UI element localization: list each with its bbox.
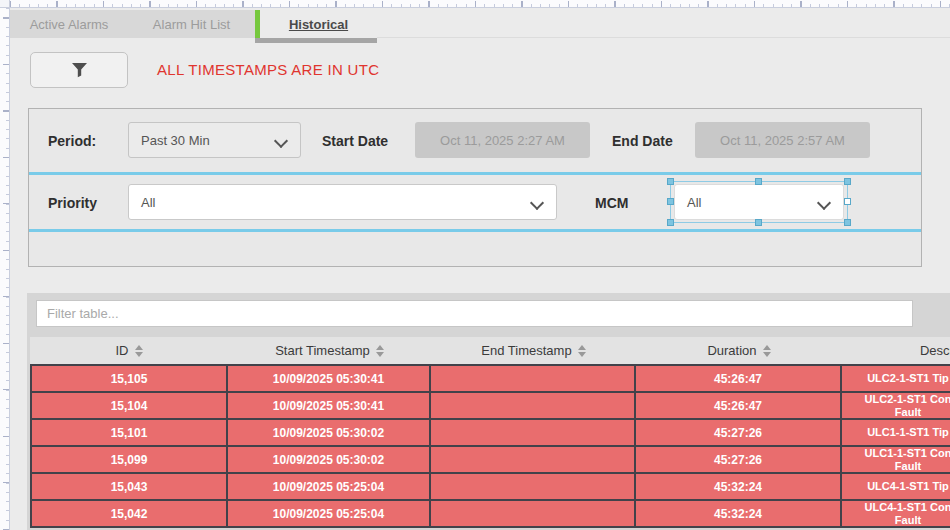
- chevron-down-icon: [530, 196, 544, 210]
- cell-start-timestamp: 10/09/2025 05:30:02: [228, 447, 431, 472]
- tab-alarm-hit-list[interactable]: Alarm Hit List: [128, 10, 255, 38]
- table-filter-input[interactable]: [36, 300, 913, 327]
- table-row[interactable]: 15,042 10/09/2025 05:25:04 45:32:24 ULC4…: [30, 499, 950, 528]
- selection-handle-bottom-right[interactable]: [844, 219, 851, 226]
- cell-start-timestamp: 10/09/2025 05:30:02: [228, 420, 431, 445]
- table-body: 15,105 10/09/2025 05:30:41 45:26:47 ULC2…: [30, 364, 950, 528]
- table-row[interactable]: 15,105 10/09/2025 05:30:41 45:26:47 ULC2…: [30, 364, 950, 391]
- period-label: Period:: [48, 133, 96, 149]
- panel-divider-blue-top: [29, 172, 921, 175]
- sort-icon[interactable]: [376, 345, 384, 357]
- end-date-label: End Date: [612, 133, 673, 149]
- tab-historical[interactable]: Historical: [260, 10, 377, 38]
- cell-start-timestamp: 10/09/2025 05:30:41: [228, 366, 431, 391]
- active-tab-indicator: [255, 38, 377, 43]
- panel-divider-blue-bottom: [29, 229, 921, 232]
- cell-end-timestamp: [431, 447, 636, 472]
- cell-duration: 45:32:24: [636, 474, 842, 499]
- utc-notice: ALL TIMESTAMPS ARE IN UTC: [157, 61, 379, 78]
- tab-alarm-hit-list-label: Alarm Hit List: [153, 17, 230, 32]
- cell-end-timestamp: [431, 474, 636, 499]
- selection-handle-bottom-center[interactable]: [755, 219, 762, 226]
- selection-handle-middle-right[interactable]: [844, 198, 851, 205]
- table-row[interactable]: 15,104 10/09/2025 05:30:41 45:26:47 ULC2…: [30, 391, 950, 418]
- sort-icon[interactable]: [763, 345, 771, 357]
- cell-description: ULC2-1-ST1 Tip: [842, 366, 950, 391]
- cell-start-timestamp: 10/09/2025 05:25:04: [228, 501, 431, 526]
- tab-active-alarms-label: Active Alarms: [30, 17, 109, 32]
- cell-id: 15,101: [30, 420, 228, 445]
- selection-handle-middle-left[interactable]: [667, 198, 674, 205]
- column-header-end-timestamp[interactable]: End Timestamp: [431, 337, 636, 364]
- cell-duration: 45:32:24: [636, 501, 842, 526]
- vertical-ruler: [0, 8, 10, 530]
- cell-end-timestamp: [431, 420, 636, 445]
- cell-description: ULC1-1-ST1 Tip: [842, 420, 950, 445]
- cell-description: ULC4-1-ST1 Con Fault: [842, 501, 950, 526]
- column-header-id[interactable]: ID: [30, 337, 228, 364]
- table-header-row: ID Start Timestamp End Timestamp Duratio…: [30, 337, 950, 364]
- priority-select-value: All: [141, 195, 155, 210]
- ruler-corner: [0, 0, 10, 8]
- horizontal-ruler: [10, 0, 950, 8]
- start-date-input[interactable]: [415, 122, 590, 158]
- cell-id: 15,105: [30, 366, 228, 391]
- funnel-icon: [71, 62, 88, 78]
- tabbar-divider: [377, 37, 950, 38]
- cell-end-timestamp: [431, 393, 636, 418]
- column-header-start-timestamp[interactable]: Start Timestamp: [228, 337, 431, 364]
- table-row[interactable]: 15,043 10/09/2025 05:25:04 45:32:24 ULC4…: [30, 472, 950, 499]
- cell-duration: 45:27:26: [636, 447, 842, 472]
- tab-historical-label: Historical: [289, 17, 348, 32]
- tab-active-alarms[interactable]: Active Alarms: [10, 10, 128, 38]
- cell-description: ULC2-1-ST1 Con Fault: [842, 393, 950, 418]
- cell-duration: 45:26:47: [636, 393, 842, 418]
- selection-handle-bottom-left[interactable]: [667, 219, 674, 226]
- column-header-description[interactable]: Description: [842, 337, 950, 364]
- selection-handle-top-left[interactable]: [667, 178, 674, 185]
- cell-duration: 45:27:26: [636, 420, 842, 445]
- end-date-input[interactable]: [695, 122, 870, 158]
- period-select-value: Past 30 Min: [141, 133, 210, 148]
- sort-icon[interactable]: [135, 345, 143, 357]
- selection-handle-top-center[interactable]: [755, 178, 762, 185]
- cell-duration: 45:26:47: [636, 366, 842, 391]
- cell-description: ULC1-1-ST1 Con Fault: [842, 447, 950, 472]
- chevron-down-icon: [274, 134, 288, 148]
- period-select[interactable]: Past 30 Min: [128, 122, 301, 158]
- mcm-select[interactable]: All: [674, 184, 844, 220]
- cell-description: ULC4-1-ST1 Tip: [842, 474, 950, 499]
- column-header-duration[interactable]: Duration: [636, 337, 842, 364]
- table-row[interactable]: 15,101 10/09/2025 05:30:02 45:27:26 ULC1…: [30, 418, 950, 445]
- cell-id: 15,099: [30, 447, 228, 472]
- historical-alarms-screen: Active Alarms Alarm Hit List Historical …: [0, 0, 950, 530]
- selection-handle-top-right[interactable]: [844, 178, 851, 185]
- start-date-label: Start Date: [322, 133, 388, 149]
- cell-start-timestamp: 10/09/2025 05:25:04: [228, 474, 431, 499]
- alarm-table-container: ID Start Timestamp End Timestamp Duratio…: [27, 293, 950, 530]
- chevron-down-icon: [817, 196, 831, 210]
- cell-id: 15,043: [30, 474, 228, 499]
- cell-end-timestamp: [431, 366, 636, 391]
- table-row[interactable]: 15,099 10/09/2025 05:30:02 45:27:26 ULC1…: [30, 445, 950, 472]
- filter-button[interactable]: [30, 52, 128, 88]
- cell-end-timestamp: [431, 501, 636, 526]
- mcm-label: MCM: [595, 195, 628, 211]
- priority-label: Priority: [48, 195, 97, 211]
- cell-start-timestamp: 10/09/2025 05:30:41: [228, 393, 431, 418]
- sort-icon[interactable]: [578, 345, 586, 357]
- mcm-select-value: All: [687, 195, 701, 210]
- priority-select[interactable]: All: [128, 184, 557, 220]
- cell-id: 15,042: [30, 501, 228, 526]
- cell-id: 15,104: [30, 393, 228, 418]
